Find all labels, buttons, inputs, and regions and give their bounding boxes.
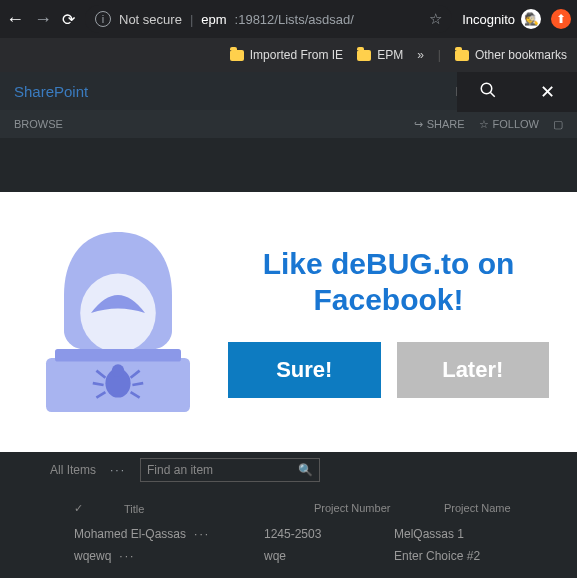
- close-icon[interactable]: ✕: [540, 81, 555, 103]
- row-title: wqewq: [74, 549, 111, 563]
- incognito-indicator: Incognito 🕵: [462, 9, 541, 29]
- svg-line-9: [93, 383, 104, 385]
- svg-line-1: [490, 92, 495, 97]
- folder-icon: [230, 50, 244, 61]
- back-button[interactable]: ←: [6, 9, 24, 30]
- bookmark-folder[interactable]: Imported From IE: [230, 48, 343, 62]
- folder-icon: [455, 50, 469, 61]
- col-name[interactable]: Project Name: [444, 502, 564, 515]
- ribbon-tab-browse[interactable]: BROWSE: [14, 118, 63, 130]
- svg-point-2: [80, 273, 156, 352]
- find-item-box[interactable]: Find an item 🔍: [140, 458, 320, 482]
- find-placeholder: Find an item: [147, 463, 213, 477]
- forward-button[interactable]: →: [34, 9, 52, 30]
- sure-button[interactable]: Sure!: [228, 342, 381, 398]
- list-header: ✓ Title Project Number Project Name: [50, 498, 567, 523]
- row-name: Enter Choice #2: [394, 549, 514, 563]
- separator: |: [190, 12, 193, 27]
- extension-icon[interactable]: ⬆: [551, 9, 571, 29]
- url-host: epm: [201, 12, 226, 27]
- svg-point-6: [112, 364, 125, 377]
- modal-buttons: Sure! Later!: [228, 342, 549, 398]
- check-header[interactable]: ✓: [74, 502, 84, 515]
- search-icon[interactable]: [479, 81, 497, 104]
- incognito-label: Incognito: [462, 12, 515, 27]
- col-number[interactable]: Project Number: [314, 502, 404, 515]
- follow-button[interactable]: ☆ FOLLOW: [479, 118, 539, 131]
- col-title[interactable]: Title: [124, 502, 274, 515]
- search-icon[interactable]: 🔍: [298, 463, 313, 477]
- view-name[interactable]: All Items: [50, 463, 96, 477]
- list-row[interactable]: wqewq··· wqe Enter Choice #2: [50, 545, 567, 567]
- row-menu[interactable]: ···: [194, 527, 210, 541]
- row-name: MelQassas 1: [394, 527, 514, 541]
- focus-button[interactable]: ▢: [553, 118, 563, 131]
- bookmarks-bar: Imported From IE EPM » | Other bookmarks: [0, 38, 577, 72]
- find-in-page-bar: ✕: [457, 72, 577, 112]
- bookmarks-overflow[interactable]: »: [417, 48, 424, 62]
- row-number: wqe: [264, 549, 354, 563]
- modal-title: Like deBUG.to on Facebook!: [228, 246, 549, 318]
- list-toolbar: All Items ··· Find an item 🔍: [50, 458, 567, 482]
- list-view: All Items ··· Find an item 🔍 ✓ Title Pro…: [50, 458, 567, 567]
- promo-modal: Like deBUG.to on Facebook! Sure! Later!: [0, 192, 577, 452]
- share-button[interactable]: ↪ SHARE: [414, 118, 465, 131]
- separator: |: [438, 48, 441, 62]
- site-info-icon[interactable]: i: [95, 11, 111, 27]
- address-bar[interactable]: i Not secure | epm :19812/Lists/asdsad/ …: [85, 5, 452, 33]
- security-status: Not secure: [119, 12, 182, 27]
- row-menu[interactable]: ···: [119, 549, 135, 563]
- other-bookmarks[interactable]: Other bookmarks: [455, 48, 567, 62]
- bookmark-star-icon[interactable]: ☆: [429, 10, 442, 28]
- later-button[interactable]: Later!: [397, 342, 550, 398]
- browser-toolbar: ← → ⟳ i Not secure | epm :19812/Lists/as…: [0, 0, 577, 38]
- folder-icon: [357, 50, 371, 61]
- bookmark-label: Imported From IE: [250, 48, 343, 62]
- reload-button[interactable]: ⟳: [62, 10, 75, 29]
- svg-line-10: [132, 383, 143, 385]
- bookmark-label: EPM: [377, 48, 403, 62]
- ribbon: BROWSE ↪ SHARE ☆ FOLLOW ▢: [0, 110, 577, 138]
- svg-point-0: [481, 83, 492, 94]
- svg-rect-4: [55, 349, 181, 362]
- app-brand[interactable]: SharePoint: [14, 83, 88, 100]
- url-path: :19812/Lists/asdsad/: [235, 12, 354, 27]
- view-menu[interactable]: ···: [110, 463, 126, 477]
- list-row[interactable]: Mohamed El-Qassas··· 1245-2503 MelQassas…: [50, 523, 567, 545]
- row-number: 1245-2503: [264, 527, 354, 541]
- incognito-icon: 🕵: [521, 9, 541, 29]
- bookmark-folder[interactable]: EPM: [357, 48, 403, 62]
- row-title: Mohamed El-Qassas: [74, 527, 186, 541]
- bookmark-label: Other bookmarks: [475, 48, 567, 62]
- hacker-icon: [28, 223, 208, 421]
